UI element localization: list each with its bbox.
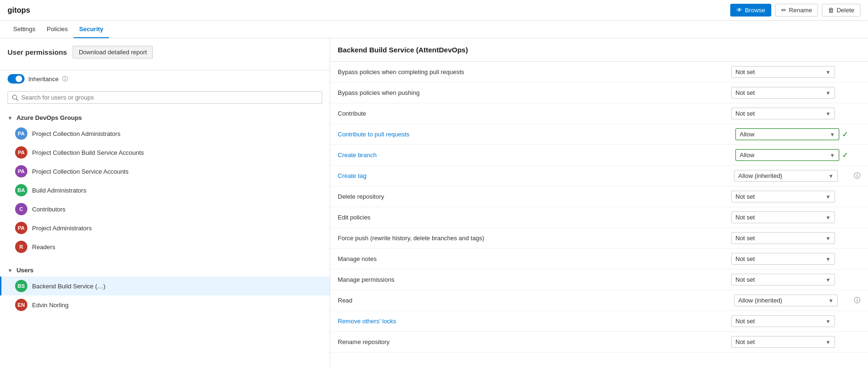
permission-select[interactable]: Not set ▼ (731, 108, 835, 119)
permission-name: Remove others' locks (338, 318, 727, 325)
group-item[interactable]: PA Project Administrators (0, 219, 330, 237)
permission-value: Not set (735, 214, 826, 221)
groups-header-label: Azure DevOps Groups (17, 114, 82, 121)
permission-select[interactable]: Not set ▼ (731, 66, 835, 78)
browse-button[interactable]: 👁 Browse (730, 4, 771, 17)
toggle-slider (8, 74, 25, 84)
group-item[interactable]: PA Project Collection Build Service Acco… (0, 143, 330, 162)
left-header: User permissions Download detailed repor… (0, 38, 330, 70)
users-header[interactable]: ▼ Users (0, 264, 330, 277)
permission-select[interactable]: Not set ▼ (731, 336, 835, 348)
permission-select[interactable]: Not set ▼ (731, 87, 835, 99)
permission-name: Contribute (338, 110, 727, 117)
select-chevron-icon: ▼ (826, 277, 831, 283)
group-item[interactable]: R Readers (0, 237, 330, 256)
user-item[interactable]: EN Edvin Norling (0, 295, 330, 314)
permission-select-wrap: Not set ▼ (731, 108, 860, 119)
permission-row: Manage permissions Not set ▼ (330, 269, 868, 290)
permission-value: Not set (735, 68, 826, 76)
group-item[interactable]: PA Project Collection Service Accounts (0, 162, 330, 181)
avatar: BA (15, 184, 27, 196)
user-item[interactable]: BS Backend Build Service (…) 🗑 (0, 277, 330, 295)
download-report-button[interactable]: Download detailed report (73, 46, 153, 59)
permission-select-wrap: Not set ▼ (731, 253, 860, 265)
permission-row: Contribute to pull requests Allow ▼ ✓ (330, 124, 868, 145)
permission-select[interactable]: Not set ▼ (731, 191, 835, 202)
rename-button[interactable]: ✏ Rename (775, 4, 818, 17)
permission-name: Rename repository (338, 338, 727, 345)
select-chevron-icon: ▼ (826, 111, 831, 117)
groups-chevron-icon: ▼ (8, 115, 13, 121)
avatar: BS (15, 280, 27, 292)
select-chevron-icon: ▼ (826, 339, 831, 345)
permission-value: Not set (735, 276, 826, 283)
tab-security[interactable]: Security (74, 21, 109, 38)
groups-list: PA Project Collection Administrators PA … (0, 124, 330, 256)
inheritance-label: Inheritance (28, 76, 58, 83)
user-permissions-label: User permissions (8, 48, 67, 56)
right-panel-title: Backend Build Service (AttentDevOps) (338, 46, 468, 54)
search-box (8, 91, 322, 104)
tab-policies[interactable]: Policies (41, 21, 74, 38)
permission-select[interactable]: Allow ▼ (735, 149, 839, 161)
permission-select[interactable]: Not set ▼ (731, 315, 835, 327)
tab-settings[interactable]: Settings (8, 21, 41, 38)
permission-select[interactable]: Allow ▼ (735, 128, 839, 140)
permission-select[interactable]: Not set ▼ (731, 274, 835, 286)
svg-line-1 (17, 99, 18, 101)
permission-value: Not set (735, 193, 826, 200)
group-item[interactable]: PA Project Collection Administrators (0, 124, 330, 143)
search-icon (12, 94, 18, 101)
inheritance-info-icon: ⓘ (62, 75, 68, 83)
permission-select-wrap: Not set ▼ (731, 315, 860, 327)
group-item-name: Contributors (32, 206, 322, 213)
permission-row: Create tag Allow (inherited) ▼ ⓘ (330, 166, 868, 186)
nav-tabs: Settings Policies Security (0, 21, 868, 38)
permission-info-icon[interactable]: ⓘ (854, 296, 860, 305)
permission-select-wrap: Not set ▼ (731, 336, 860, 348)
permission-value: Not set (735, 338, 826, 345)
permission-select[interactable]: Allow (inherited) ▼ (734, 294, 838, 306)
permission-info-icon[interactable]: ⓘ (854, 172, 860, 180)
permission-select-wrap: Not set ▼ (731, 232, 860, 244)
select-chevron-icon: ▼ (826, 90, 831, 96)
inheritance-toggle[interactable] (8, 74, 25, 84)
search-input[interactable] (21, 94, 318, 101)
group-item-name: Build Administrators (32, 187, 322, 194)
permission-select[interactable]: Allow (inherited) ▼ (734, 170, 838, 182)
permission-select-wrap: Not set ▼ (731, 274, 860, 286)
group-item[interactable]: C Contributors (0, 200, 330, 219)
permission-select-wrap: Not set ▼ (731, 66, 860, 78)
permission-row: Rename repository Not set ▼ (330, 332, 868, 353)
group-item[interactable]: BA Build Administrators (0, 181, 330, 200)
top-actions: 👁 Browse ✏ Rename 🗑 Delete (730, 4, 860, 17)
groups-header[interactable]: ▼ Azure DevOps Groups (0, 111, 330, 124)
avatar: PA (15, 127, 27, 140)
permission-name: Read (338, 297, 730, 304)
permission-row: Delete repository Not set ▼ (330, 186, 868, 207)
eye-icon: 👁 (736, 7, 743, 14)
select-chevron-icon: ▼ (828, 173, 834, 179)
delete-button[interactable]: 🗑 Delete (822, 4, 860, 17)
permission-name: Edit policies (338, 214, 727, 221)
avatar: R (15, 241, 27, 253)
permission-value: Not set (735, 318, 826, 325)
users-chevron-icon: ▼ (8, 268, 13, 273)
permission-value: Allow (inherited) (738, 297, 828, 304)
select-chevron-icon: ▼ (826, 215, 831, 220)
permission-name: Manage permissions (338, 276, 727, 283)
avatar: EN (15, 299, 27, 311)
select-chevron-icon: ▼ (830, 152, 835, 158)
permission-select-wrap: Not set ▼ (731, 191, 860, 202)
inheritance-row: Inheritance ⓘ (0, 70, 330, 87)
permission-row: Edit policies Not set ▼ (330, 207, 868, 228)
permission-select[interactable]: Not set ▼ (731, 253, 835, 265)
trash-icon: 🗑 (828, 7, 834, 14)
main-content: User permissions Download detailed repor… (0, 38, 868, 367)
permission-name: Manage notes (338, 255, 727, 262)
user-item-name: Edvin Norling (32, 302, 322, 309)
permission-select[interactable]: Not set ▼ (731, 211, 835, 223)
select-chevron-icon: ▼ (826, 256, 831, 262)
permission-select[interactable]: Not set ▼ (731, 232, 835, 244)
groups-section: ▼ Azure DevOps Groups PA Project Collect… (0, 108, 330, 260)
